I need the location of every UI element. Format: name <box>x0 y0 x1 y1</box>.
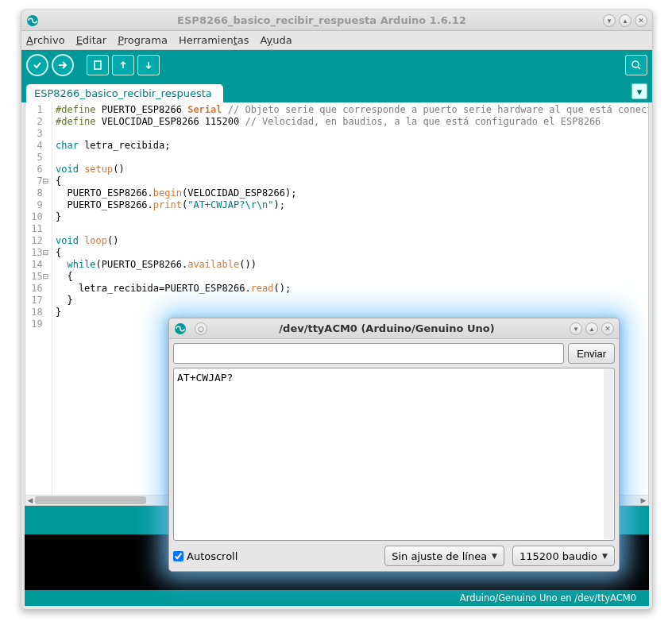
scroll-right-icon[interactable]: ▶ <box>639 496 648 504</box>
menu-herramientas[interactable]: Herramientas <box>179 34 249 46</box>
serial-titlebar: ○ /dev/ttyACM0 (Arduino/Genuino Uno) ▾ ▴… <box>169 318 619 339</box>
board-port-status: Arduino/Genuino Uno en /dev/ttyACM0 <box>25 590 649 606</box>
arduino-app-icon <box>26 14 39 27</box>
baud-rate-value: 115200 baudio <box>519 550 597 562</box>
autoscroll-text: Autoscroll <box>187 550 238 562</box>
serial-window-title: /dev/ttyACM0 (Arduino/Genuino Uno) <box>207 322 566 334</box>
save-button[interactable] <box>137 55 160 75</box>
tab-menu-button[interactable]: ▾ <box>631 83 647 99</box>
serial-send-button[interactable]: Enviar <box>568 343 615 364</box>
minimize-button[interactable]: ▾ <box>603 14 616 27</box>
serial-maximize-button[interactable]: ▴ <box>585 322 598 335</box>
serial-monitor-window: ○ /dev/ttyACM0 (Arduino/Genuino Uno) ▾ ▴… <box>168 318 620 572</box>
line-gutter: 1 2 3 4 5 6 7⊟ 8 9 10 11 12 13⊟14 15⊟16 … <box>25 102 52 505</box>
scroll-left-icon[interactable]: ◀ <box>25 496 35 504</box>
menu-editar[interactable]: Editar <box>76 34 107 46</box>
verify-button[interactable] <box>26 54 48 76</box>
maximize-button[interactable]: ▴ <box>619 14 631 27</box>
main-window-title: ESP8266_basico_recibir_respuesta Arduino… <box>44 14 600 26</box>
toolbar <box>21 50 652 80</box>
line-ending-value: Sin ajuste de línea <box>392 550 487 562</box>
chevron-down-icon: ▼ <box>492 552 497 560</box>
serial-bottom-bar: Autoscroll Sin ajuste de línea ▼ 115200 … <box>169 541 619 571</box>
tab-bar: ESP8266_basico_recibir_respuesta ▾ <box>21 80 652 102</box>
baud-rate-select[interactable]: 115200 baudio ▼ <box>512 546 615 566</box>
serial-monitor-button[interactable] <box>625 55 647 75</box>
main-titlebar: ESP8266_basico_recibir_respuesta Arduino… <box>21 10 652 31</box>
serial-vertical-scrollbar[interactable] <box>604 369 613 539</box>
new-button[interactable] <box>87 55 109 75</box>
serial-pin-button[interactable]: ○ <box>195 322 207 335</box>
open-button[interactable] <box>112 55 134 75</box>
upload-button[interactable] <box>52 54 74 76</box>
serial-input[interactable] <box>173 343 564 364</box>
menu-archivo[interactable]: Archivo <box>26 34 65 46</box>
menu-ayuda[interactable]: Ayuda <box>261 34 292 46</box>
line-ending-select[interactable]: Sin ajuste de línea ▼ <box>384 546 504 566</box>
serial-minimize-button[interactable]: ▾ <box>570 322 582 335</box>
menu-programa[interactable]: Programa <box>118 34 168 46</box>
scroll-thumb[interactable] <box>35 496 146 504</box>
svg-rect-1 <box>95 61 101 69</box>
menubar: Archivo Editar Programa Herramientas Ayu… <box>21 31 652 50</box>
close-button[interactable]: ✕ <box>635 14 647 27</box>
serial-input-row: Enviar <box>169 339 619 368</box>
sketch-tab[interactable]: ESP8266_basico_recibir_respuesta <box>26 84 223 102</box>
serial-output-area[interactable]: AT+CWJAP? <box>173 368 615 541</box>
board-port-label: Arduino/Genuino Uno en /dev/ttyACM0 <box>460 592 636 604</box>
serial-output-text: AT+CWJAP? <box>177 372 233 384</box>
arduino-app-icon <box>174 322 187 335</box>
serial-close-button[interactable]: ✕ <box>601 322 614 335</box>
autoscroll-checkbox[interactable] <box>173 551 183 561</box>
svg-point-2 <box>632 61 639 68</box>
chevron-down-icon: ▼ <box>602 552 608 560</box>
autoscroll-checkbox-label[interactable]: Autoscroll <box>173 550 238 562</box>
